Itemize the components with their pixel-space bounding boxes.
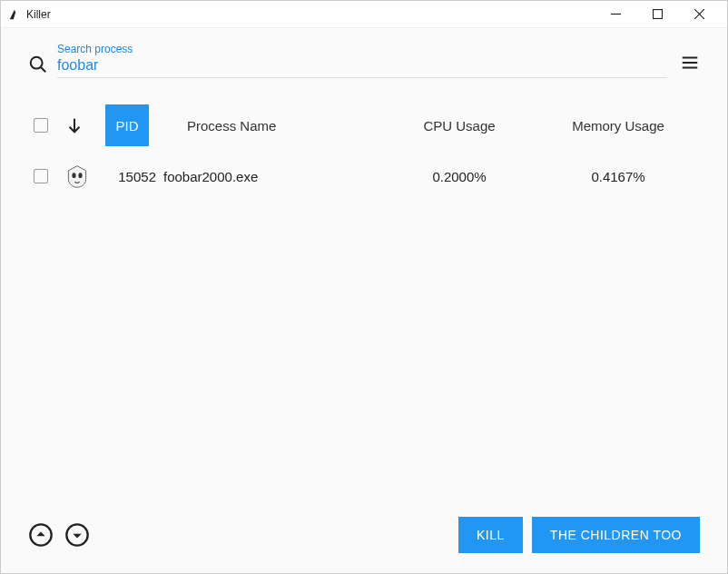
scroll-down-button[interactable] [64, 522, 90, 548]
cell-pid: 15052 [105, 169, 160, 184]
svg-point-11 [78, 173, 82, 178]
cell-name: foobar2000.exe [160, 169, 382, 184]
search-icon [28, 54, 48, 74]
column-name[interactable]: Process Name [160, 118, 382, 134]
title-bar: Killer [1, 1, 727, 28]
search-field-wrap: Search process [57, 45, 667, 78]
search-input[interactable] [57, 45, 667, 78]
table-header: PID Process Name CPU Usage Memory Usage [28, 104, 700, 147]
kill-children-button[interactable]: THE CHILDREN TOO [532, 517, 700, 553]
footer-bar: KILL THE CHILDREN TOO [28, 517, 700, 553]
minimize-button[interactable] [595, 1, 636, 28]
cell-mem: 0.4167% [536, 169, 700, 184]
column-pid[interactable]: PID [105, 104, 149, 146]
row-checkbox[interactable] [34, 169, 48, 183]
cell-cpu: 0.2000% [382, 169, 536, 184]
maximize-button[interactable] [636, 1, 678, 28]
svg-point-10 [72, 173, 75, 178]
app-icon [8, 8, 21, 21]
sort-arrow-down-icon[interactable] [64, 115, 84, 135]
table-row[interactable]: 15052 foobar2000.exe 0.2000% 0.4167% [28, 154, 700, 198]
search-label: Search process [57, 43, 133, 55]
kill-button[interactable]: KILL [458, 517, 523, 553]
hamburger-icon [680, 53, 700, 73]
column-mem[interactable]: Memory Usage [536, 118, 700, 134]
select-all-checkbox[interactable] [34, 118, 48, 133]
scroll-up-button[interactable] [28, 522, 54, 548]
process-table: PID Process Name CPU Usage Memory Usage … [28, 104, 700, 198]
svg-rect-1 [653, 10, 662, 19]
menu-button[interactable] [680, 53, 700, 76]
svg-line-5 [41, 67, 45, 72]
close-button[interactable] [678, 1, 720, 28]
svg-point-4 [31, 57, 43, 69]
window-title: Killer [26, 8, 51, 21]
process-icon [64, 163, 90, 189]
content-area: Search process PID Process Name CPU Usag… [1, 28, 727, 573]
column-cpu[interactable]: CPU Usage [382, 118, 536, 134]
